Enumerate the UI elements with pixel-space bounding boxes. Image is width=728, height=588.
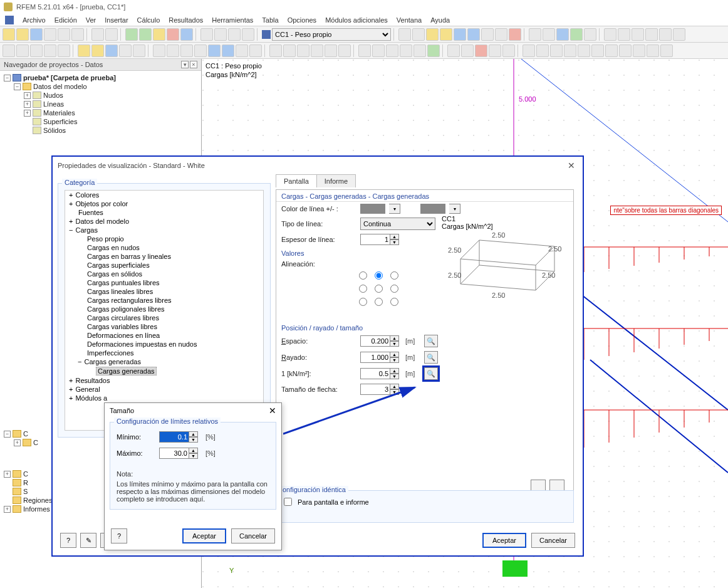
tree-item[interactable]: S xyxy=(23,488,28,495)
menu-calculo[interactable]: Cálculo xyxy=(133,15,164,25)
tree-superficies[interactable]: Superficies xyxy=(43,118,77,125)
t2-16[interactable] xyxy=(222,45,234,57)
menu-ventana[interactable]: Ventana xyxy=(393,15,425,25)
cat-item[interactable]: Imperfecciones xyxy=(87,349,134,357)
menu-tabla[interactable]: Tabla xyxy=(258,15,282,25)
tb-m4[interactable] xyxy=(645,28,658,41)
t2-35[interactable] xyxy=(502,45,515,57)
t2-3[interactable] xyxy=(30,45,43,57)
cat-cargas-gen[interactable]: Cargas generadas xyxy=(84,358,141,365)
expand-icon[interactable]: + xyxy=(14,439,21,446)
edit-icon[interactable]: ✎ xyxy=(80,533,96,548)
tb-save[interactable] xyxy=(30,28,43,41)
rayado-input[interactable]: ▲▼ xyxy=(360,352,399,363)
t2-36[interactable] xyxy=(523,45,535,57)
cat-item[interactable]: Cargas superficiales xyxy=(87,261,150,269)
tb-g1[interactable] xyxy=(125,28,138,41)
expand-icon[interactable]: + xyxy=(4,471,11,478)
tree-item[interactable]: C xyxy=(33,439,38,446)
tb-m3[interactable] xyxy=(632,28,644,41)
cat-item[interactable]: Cargas en nudos xyxy=(87,244,140,251)
cat-objetos[interactable]: Objetos por color xyxy=(75,200,128,207)
t2-30[interactable] xyxy=(427,45,440,57)
t2-4[interactable] xyxy=(44,45,56,57)
t2-8[interactable] xyxy=(105,45,118,57)
t2-20[interactable] xyxy=(283,45,296,57)
cat-cargas-gen-sel[interactable]: Cargas generadas xyxy=(96,367,157,375)
align-r1[interactable] xyxy=(359,271,368,281)
tree-informes[interactable]: Informes xyxy=(23,505,50,513)
tree-solidos[interactable]: Sólidos xyxy=(43,127,66,134)
max-input[interactable]: ▲▼ xyxy=(159,448,198,459)
tb-t4[interactable] xyxy=(242,28,254,41)
tb-m5[interactable] xyxy=(659,28,672,41)
cat-item[interactable]: Cargas variables libres xyxy=(87,323,157,330)
tb-x4[interactable] xyxy=(570,28,583,41)
tb-new[interactable] xyxy=(3,28,15,41)
cat-item[interactable]: Cargas puntuales libres xyxy=(87,279,160,286)
tb-nav8[interactable] xyxy=(495,28,507,41)
align-r6[interactable] xyxy=(390,285,400,294)
t2-12[interactable] xyxy=(167,45,179,57)
tb-x2[interactable] xyxy=(543,28,555,41)
close-icon[interactable]: ✕ xyxy=(565,159,578,172)
t2-9[interactable] xyxy=(119,45,132,57)
expand-icon[interactable]: − xyxy=(14,83,21,90)
tb-y1[interactable] xyxy=(153,28,165,41)
accept-button[interactable]: Aceptar xyxy=(182,528,226,543)
thickness-input[interactable]: ▲▼ xyxy=(360,234,399,245)
tree-root[interactable]: prueba* [Carpeta de prueba] xyxy=(23,74,116,81)
tree-nudos[interactable]: Nudos xyxy=(43,92,63,99)
t2-43[interactable] xyxy=(619,45,632,57)
cat-cargas[interactable]: Cargas xyxy=(75,226,97,234)
align-r2[interactable] xyxy=(375,271,384,281)
align-r5[interactable] xyxy=(375,285,384,294)
expand-icon[interactable]: + xyxy=(24,110,31,117)
t2-29[interactable] xyxy=(413,45,426,57)
t2-27[interactable] xyxy=(386,45,398,57)
tb-undo[interactable] xyxy=(91,28,104,41)
cat-general[interactable]: General xyxy=(75,386,100,393)
tab-pantalla[interactable]: Pantalla xyxy=(276,174,317,187)
t2-19[interactable] xyxy=(269,45,282,57)
t2-24[interactable] xyxy=(338,45,351,57)
align-r9[interactable] xyxy=(390,298,400,307)
color-plus[interactable] xyxy=(360,204,385,214)
close-icon[interactable]: ✕ xyxy=(269,406,276,416)
menu-insertar[interactable]: Insertar xyxy=(101,15,132,25)
expand-icon[interactable]: − xyxy=(4,431,11,438)
tb-nav4[interactable] xyxy=(440,28,452,41)
expand-icon[interactable]: − xyxy=(4,75,11,81)
tb-t3[interactable] xyxy=(228,28,241,41)
linetype-select[interactable]: Continua xyxy=(360,218,435,230)
t2-38[interactable] xyxy=(550,45,563,57)
ident-checkbox[interactable] xyxy=(284,498,292,506)
cancel-button[interactable]: Cancelar xyxy=(231,528,275,543)
menu-modulos[interactable]: Módulos adicionales xyxy=(321,15,392,25)
flecha-input[interactable]: ▲▼ xyxy=(360,384,399,395)
t2-18[interactable] xyxy=(249,45,262,57)
cat-item[interactable]: Cargas en sólidos xyxy=(87,270,142,278)
t2-23[interactable] xyxy=(325,45,337,57)
tb-m1[interactable] xyxy=(604,28,616,41)
t2-17[interactable] xyxy=(236,45,248,57)
tb-x5[interactable] xyxy=(584,28,596,41)
tab-informe[interactable]: Informe xyxy=(316,174,356,187)
espacio-input[interactable]: ▲▼ xyxy=(360,335,399,347)
tb-nav3[interactable] xyxy=(426,28,439,41)
accept-button[interactable]: Aceptar xyxy=(482,533,526,548)
expand-icon[interactable]: + xyxy=(4,506,11,513)
rayado-zoom-icon[interactable]: 🔍 xyxy=(424,351,438,364)
cat-item[interactable]: Cargas poligonales libres xyxy=(87,305,165,313)
t2-26[interactable] xyxy=(372,45,385,57)
expand-icon[interactable]: + xyxy=(24,101,31,108)
t2-7[interactable] xyxy=(91,45,104,57)
espacio-zoom-icon[interactable]: 🔍 xyxy=(424,335,438,347)
tb-nav9[interactable] xyxy=(509,28,521,41)
t2-2[interactable] xyxy=(16,45,29,57)
cat-fuentes[interactable]: Fuentes xyxy=(78,209,103,216)
tb-x1[interactable] xyxy=(529,28,541,41)
cat-item[interactable]: Deformaciones en línea xyxy=(87,332,160,339)
tb-nav1[interactable] xyxy=(398,28,411,41)
cat-datosmodelo[interactable]: Datos del modelo xyxy=(75,218,129,225)
